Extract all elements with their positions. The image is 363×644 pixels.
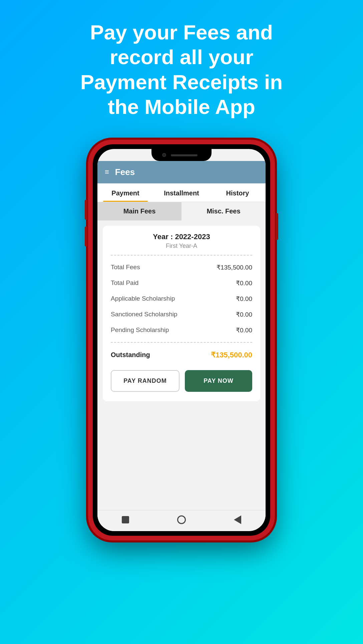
- phone-mockup: ≡ Fees Payment Installment History Main …: [88, 140, 275, 540]
- table-row: Sanctioned Scholarship ₹0.00: [111, 307, 252, 322]
- nav-square-button[interactable]: [121, 515, 130, 524]
- speaker: [171, 154, 198, 156]
- label-total-fees: Total Fees: [111, 264, 140, 271]
- table-row: Applicable Scholarship ₹0.00: [111, 291, 252, 307]
- phone-screen: ≡ Fees Payment Installment History Main …: [97, 149, 266, 531]
- value-pending-scholarship: ₹0.00: [236, 326, 252, 334]
- value-total-fees: ₹135,500.00: [217, 264, 252, 271]
- app-bar: ≡ Fees: [97, 161, 266, 183]
- phone-notch: [151, 149, 212, 161]
- menu-icon[interactable]: ≡: [105, 168, 109, 176]
- year-subtitle: First Year-A: [111, 243, 252, 250]
- vol-down-button: [85, 226, 87, 247]
- vol-up-button: [85, 200, 87, 220]
- power-button: [276, 213, 278, 240]
- tab-payment[interactable]: Payment: [97, 183, 153, 202]
- hero-line3: Payment Receipts in: [80, 70, 283, 94]
- hero-text: Pay your Fees and record all your Paymen…: [38, 20, 325, 120]
- nav-home-button[interactable]: [177, 515, 186, 524]
- label-sanctioned-scholarship: Sanctioned Scholarship: [111, 311, 177, 318]
- fee-card: Year : 2022-2023 First Year-A Total Fees…: [103, 226, 260, 401]
- phone-shell: ≡ Fees Payment Installment History Main …: [88, 140, 275, 540]
- table-row: Total Fees ₹135,500.00: [111, 260, 252, 275]
- subtab-main-fees[interactable]: Main Fees: [97, 202, 182, 220]
- hero-line4: the Mobile App: [108, 95, 255, 118]
- subtab-misc-fees[interactable]: Misc. Fees: [182, 202, 266, 220]
- label-pending-scholarship: Pending Scholarship: [111, 326, 169, 334]
- divider-top: [111, 255, 252, 256]
- value-sanctioned-scholarship: ₹0.00: [236, 311, 252, 318]
- bottom-nav: [97, 510, 266, 531]
- outstanding-row: Outstanding ₹135,500.00: [111, 347, 252, 363]
- nav-back-button[interactable]: [233, 515, 242, 524]
- label-applicable-scholarship: Applicable Scholarship: [111, 295, 175, 302]
- value-applicable-scholarship: ₹0.00: [236, 295, 252, 303]
- table-row: Total Paid ₹0.00: [111, 275, 252, 291]
- hero-line1: Pay your Fees and: [90, 21, 273, 44]
- primary-tabs: Payment Installment History: [97, 183, 266, 202]
- front-camera: [162, 153, 166, 157]
- label-total-paid: Total Paid: [111, 279, 138, 287]
- pay-random-button[interactable]: PAY RANDOM: [111, 370, 179, 392]
- year-title: Year : 2022-2023: [111, 232, 252, 241]
- home-icon: [177, 515, 186, 524]
- tab-installment[interactable]: Installment: [153, 183, 210, 202]
- value-total-paid: ₹0.00: [236, 279, 252, 287]
- pay-now-button[interactable]: PAY NOW: [185, 370, 252, 392]
- square-icon: [122, 516, 129, 523]
- table-row: Pending Scholarship ₹0.00: [111, 322, 252, 338]
- phone-inner: ≡ Fees Payment Installment History Main …: [93, 144, 270, 536]
- outstanding-value: ₹135,500.00: [211, 351, 252, 359]
- app-bar-title: Fees: [115, 167, 135, 177]
- outstanding-label: Outstanding: [111, 351, 150, 359]
- divider-bottom: [111, 342, 252, 343]
- hero-line2: record all your: [110, 45, 254, 68]
- back-icon: [234, 515, 241, 524]
- secondary-tabs: Main Fees Misc. Fees: [97, 202, 266, 220]
- tab-history[interactable]: History: [210, 183, 266, 202]
- content-area: Year : 2022-2023 First Year-A Total Fees…: [97, 220, 266, 510]
- button-row: PAY RANDOM PAY NOW: [111, 370, 252, 392]
